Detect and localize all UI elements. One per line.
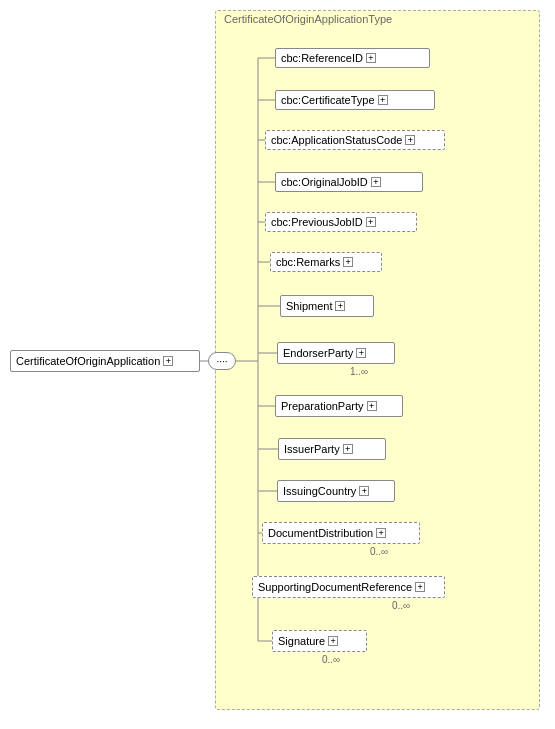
- node-remarks: cbc:Remarks +: [270, 252, 382, 272]
- node-prepParty-expand[interactable]: +: [367, 401, 377, 411]
- node-appStatus-label: cbc:ApplicationStatusCode: [271, 134, 402, 146]
- node-certType-label: cbc:CertificateType: [281, 94, 375, 106]
- ellipsis-label: ····: [216, 356, 227, 367]
- node-referenceId-expand[interactable]: +: [366, 53, 376, 63]
- node-endorserParty-label: EndorserParty: [283, 347, 353, 359]
- node-issuingCountry: IssuingCountry +: [277, 480, 395, 502]
- node-appStatus: cbc:ApplicationStatusCode +: [265, 130, 445, 150]
- node-issuerParty-expand[interactable]: +: [343, 444, 353, 454]
- node-referenceId-label: cbc:ReferenceID: [281, 52, 363, 64]
- node-endorserParty-expand[interactable]: +: [356, 348, 366, 358]
- node-docDist-expand[interactable]: +: [376, 528, 386, 538]
- node-suppDoc-expand[interactable]: +: [415, 582, 425, 592]
- node-issuerParty: IssuerParty +: [278, 438, 386, 460]
- node-prevJobId-expand[interactable]: +: [366, 217, 376, 227]
- node-signature-expand[interactable]: +: [328, 636, 338, 646]
- signature-multiplicity: 0..∞: [322, 654, 340, 665]
- root-node: CertificateOfOriginApplication +: [10, 350, 200, 372]
- diagram-container: CertificateOfOriginApplicationType: [0, 0, 555, 729]
- node-origJobId-expand[interactable]: +: [371, 177, 381, 187]
- endorserParty-multiplicity: 1..∞: [350, 366, 368, 377]
- node-issuingCountry-label: IssuingCountry: [283, 485, 356, 497]
- node-docDist-label: DocumentDistribution: [268, 527, 373, 539]
- node-origJobId: cbc:OriginalJobID +: [275, 172, 423, 192]
- node-signature-label: Signature: [278, 635, 325, 647]
- node-prevJobId-label: cbc:PreviousJobID: [271, 216, 363, 228]
- node-issuerParty-label: IssuerParty: [284, 443, 340, 455]
- node-origJobId-label: cbc:OriginalJobID: [281, 176, 368, 188]
- node-signature: Signature +: [272, 630, 367, 652]
- node-remarks-expand[interactable]: +: [343, 257, 353, 267]
- node-remarks-label: cbc:Remarks: [276, 256, 340, 268]
- node-certType-expand[interactable]: +: [378, 95, 388, 105]
- node-prevJobId: cbc:PreviousJobID +: [265, 212, 417, 232]
- root-node-label: CertificateOfOriginApplication: [16, 355, 160, 367]
- node-suppDoc: SupportingDocumentReference +: [252, 576, 445, 598]
- node-shipment: Shipment +: [280, 295, 374, 317]
- node-prepParty-label: PreparationParty: [281, 400, 364, 412]
- node-referenceId: cbc:ReferenceID +: [275, 48, 430, 68]
- node-issuingCountry-expand[interactable]: +: [359, 486, 369, 496]
- node-appStatus-expand[interactable]: +: [405, 135, 415, 145]
- node-shipment-label: Shipment: [286, 300, 332, 312]
- node-shipment-expand[interactable]: +: [335, 301, 345, 311]
- node-docDist: DocumentDistribution +: [262, 522, 420, 544]
- node-certType: cbc:CertificateType +: [275, 90, 435, 110]
- node-suppDoc-label: SupportingDocumentReference: [258, 581, 412, 593]
- node-prepParty: PreparationParty +: [275, 395, 403, 417]
- main-type-label: CertificateOfOriginApplicationType: [224, 13, 392, 25]
- connector-ellipsis[interactable]: ····: [208, 352, 236, 370]
- root-expand-icon[interactable]: +: [163, 356, 173, 366]
- suppDoc-multiplicity: 0..∞: [392, 600, 410, 611]
- node-endorserParty: EndorserParty +: [277, 342, 395, 364]
- docDist-multiplicity: 0..∞: [370, 546, 388, 557]
